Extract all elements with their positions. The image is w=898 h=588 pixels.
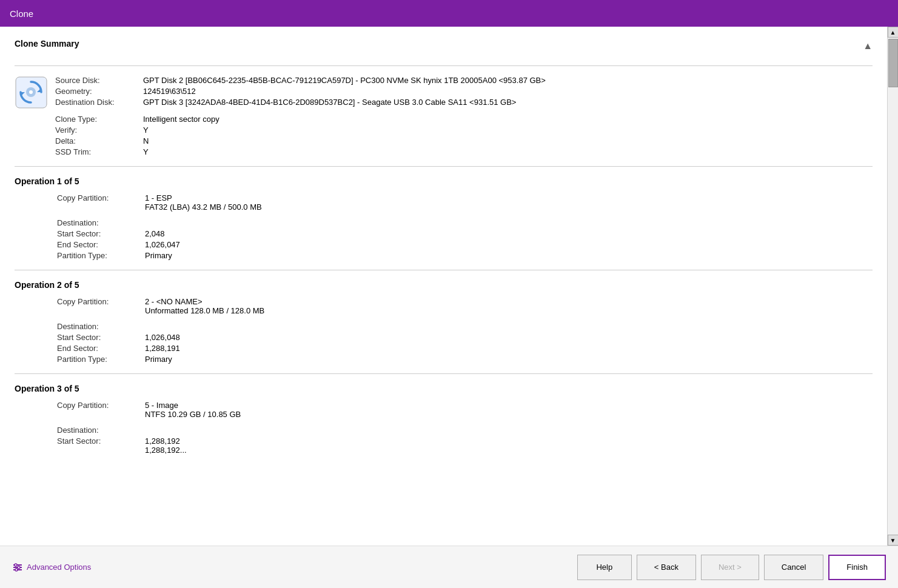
disk-details: Source Disk: GPT Disk 2 [BB06C645-2235-4… — [55, 76, 873, 156]
op1-copy-value: 1 - ESP — [145, 193, 873, 202]
op2-copy-value-container: 2 - <NO NAME> Unformatted 128.0 MB / 128… — [145, 297, 873, 315]
footer-buttons: Help < Back Next > Cancel Finish — [577, 555, 886, 580]
advanced-options-link[interactable]: Advanced Options — [12, 562, 91, 573]
advanced-options-icon — [12, 562, 23, 573]
op3-copy-detail: NTFS 10.29 GB / 10.85 GB — [145, 410, 873, 419]
op2-dest-label: Destination: — [57, 322, 145, 331]
op1-dest-value — [145, 218, 873, 227]
op2-dest-value — [145, 322, 873, 331]
ssd-trim-label: SSD Trim: — [55, 147, 143, 156]
op1-end-value: 1,026,047 — [145, 240, 873, 249]
divider-top — [15, 65, 873, 66]
destination-disk-label: Destination Disk: — [55, 98, 143, 107]
ssd-trim-value: Y — [143, 147, 873, 156]
verify-value: Y — [143, 125, 873, 135]
operation-1-title: Operation 1 of 5 — [15, 176, 873, 186]
divider-1 — [15, 166, 873, 167]
footer: Advanced Options Help < Back Next > Canc… — [0, 546, 898, 588]
operation-2-title: Operation 2 of 5 — [15, 280, 873, 290]
op1-copy-detail: FAT32 (LBA) 43.2 MB / 500.0 MB — [145, 202, 873, 212]
clone-type-value: Intelligent sector copy — [143, 115, 873, 124]
scrollbar-up-button[interactable]: ▲ — [888, 27, 899, 38]
clone-summary-title: Clone Summary — [15, 39, 79, 48]
op1-dest-label: Destination: — [57, 218, 145, 227]
op3-start-label: Start Sector: — [57, 436, 145, 446]
source-disk-row: Source Disk: GPT Disk 2 [BB06C645-2235-4… — [15, 76, 873, 156]
finish-button[interactable]: Finish — [828, 555, 886, 580]
op2-end-label: End Sector: — [57, 344, 145, 353]
svg-point-4 — [29, 90, 33, 94]
op3-grid: Copy Partition: 5 - Image NTFS 10.29 GB … — [57, 401, 873, 446]
cancel-button[interactable]: Cancel — [764, 555, 823, 580]
op1-ptype-label: Partition Type: — [57, 251, 145, 260]
partial-content: 1,288,192... — [145, 446, 873, 464]
op1-copy-label: Copy Partition: — [57, 193, 145, 212]
op1-start-label: Start Sector: — [57, 229, 145, 238]
op1-end-label: End Sector: — [57, 240, 145, 249]
svg-point-9 — [18, 566, 20, 569]
scrollbar-thumb[interactable] — [888, 39, 898, 87]
destination-disk-value: GPT Disk 3 [3242ADA8-4BED-41D4-B1C6-2D08… — [143, 98, 873, 107]
operation-2: Operation 2 of 5 Copy Partition: 2 - <NO… — [15, 280, 873, 364]
divider-3 — [15, 373, 873, 374]
op2-copy-label: Copy Partition: — [57, 297, 145, 315]
delta-label: Delta: — [55, 136, 143, 145]
op2-start-value: 1,026,048 — [145, 333, 873, 342]
source-disk-value: GPT Disk 2 [BB06C645-2235-4B5B-BCAC-7912… — [143, 76, 873, 85]
source-disk-label: Source Disk: — [55, 76, 143, 85]
title-bar: Clone — [0, 0, 898, 27]
scrollbar-down-button[interactable]: ▼ — [888, 535, 899, 546]
op1-copy-value-container: 1 - ESP FAT32 (LBA) 43.2 MB / 500.0 MB — [145, 193, 873, 212]
op2-copy-value: 2 - <NO NAME> — [145, 297, 873, 306]
help-button[interactable]: Help — [577, 555, 632, 580]
operation-3-title: Operation 3 of 5 — [15, 384, 873, 393]
op2-copy-detail: Unformatted 128.0 MB / 128.0 MB — [145, 306, 873, 315]
op1-start-value: 2,048 — [145, 229, 873, 238]
op1-grid: Copy Partition: 1 - ESP FAT32 (LBA) 43.2… — [57, 193, 873, 260]
svg-point-10 — [15, 569, 18, 571]
back-button[interactable]: < Back — [637, 555, 696, 580]
title-label: Clone — [10, 8, 33, 19]
scroll-content[interactable]: Clone Summary ▲ — [0, 27, 887, 546]
op1-ptype-value: Primary — [145, 251, 873, 260]
op3-copy-value: 5 - Image — [145, 401, 873, 410]
op3-dest-value — [145, 426, 873, 435]
geometry-value: 124519\63\512 — [143, 87, 873, 96]
operation-1: Operation 1 of 5 Copy Partition: 1 - ESP… — [15, 176, 873, 260]
delta-value: N — [143, 136, 873, 145]
dialog-body: Clone Summary ▲ — [0, 27, 898, 588]
advanced-options-label: Advanced Options — [27, 563, 91, 572]
op2-end-value: 1,288,191 — [145, 344, 873, 353]
operation-3: Operation 3 of 5 Copy Partition: 5 - Ima… — [15, 384, 873, 446]
clone-type-label: Clone Type: — [55, 115, 143, 124]
clone-summary-header: Clone Summary ▲ — [15, 36, 873, 56]
op3-copy-label: Copy Partition: — [57, 401, 145, 419]
verify-label: Verify: — [55, 125, 143, 135]
svg-point-8 — [15, 564, 17, 566]
divider-2 — [15, 270, 873, 270]
disk-icon — [15, 76, 48, 109]
next-button[interactable]: Next > — [701, 555, 759, 580]
disk-info-grid: Source Disk: GPT Disk 2 [BB06C645-2235-4… — [55, 76, 873, 156]
op2-grid: Copy Partition: 2 - <NO NAME> Unformatte… — [57, 297, 873, 364]
geometry-label: Geometry: — [55, 87, 143, 96]
op3-start-value: 1,288,192 — [145, 436, 873, 446]
op2-ptype-value: Primary — [145, 355, 873, 364]
op3-dest-label: Destination: — [57, 426, 145, 435]
op2-start-label: Start Sector: — [57, 333, 145, 342]
content-area: Clone Summary ▲ — [0, 27, 898, 546]
scrollbar-track: ▲ ▼ — [887, 27, 898, 546]
op3-copy-value-container: 5 - Image NTFS 10.29 GB / 10.85 GB — [145, 401, 873, 419]
collapse-button[interactable]: ▲ — [863, 41, 873, 52]
op2-ptype-label: Partition Type: — [57, 355, 145, 364]
